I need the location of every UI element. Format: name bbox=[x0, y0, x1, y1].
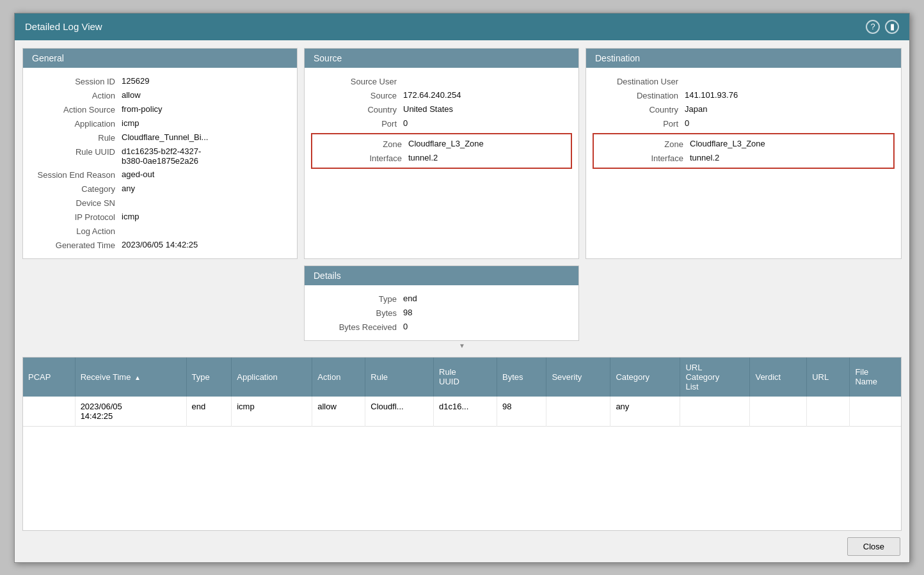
title-bar: Detailed Log View ? ▮ bbox=[15, 13, 909, 40]
label-source-interface: Interface bbox=[319, 153, 402, 163]
source-header: Source bbox=[305, 49, 578, 68]
value-dest: 141.101.93.76 bbox=[685, 90, 738, 100]
value-bytes: 98 bbox=[403, 308, 412, 317]
cell-severity bbox=[546, 397, 610, 427]
col-url-category[interactable]: URLCategoryList bbox=[680, 358, 750, 397]
label-dest-port: Port bbox=[595, 118, 678, 129]
label-source: Source bbox=[314, 90, 397, 100]
value-dest-interface: tunnel.2 bbox=[690, 153, 719, 162]
field-dest: Destination 141.101.93.76 bbox=[586, 88, 901, 102]
table-row[interactable]: 2023/06/0514:42:25 end icmp allow Cloudf… bbox=[23, 397, 901, 427]
col-url[interactable]: URL bbox=[807, 358, 850, 397]
col-type[interactable]: Type bbox=[186, 358, 232, 397]
col-receive-time[interactable]: Receive Time ▲ bbox=[75, 358, 186, 397]
col-application[interactable]: Application bbox=[232, 358, 312, 397]
value-action-source: from-policy bbox=[122, 104, 163, 114]
value-rule: Cloudflare_Tunnel_Bi... bbox=[122, 132, 208, 142]
value-generated-time: 2023/06/05 14:42:25 bbox=[122, 240, 198, 249]
table-body: 2023/06/0514:42:25 end icmp allow Cloudf… bbox=[23, 397, 901, 427]
bottom-row: Details Type end Bytes 98 Bytes Received… bbox=[15, 259, 909, 341]
field-device-sn: Device SN bbox=[23, 196, 297, 210]
value-dest-port: 0 bbox=[685, 118, 689, 128]
field-source-interface: Interface tunnel.2 bbox=[312, 151, 571, 165]
label-rule: Rule bbox=[32, 132, 115, 143]
value-session-end: aged-out bbox=[122, 169, 154, 179]
field-bytes-received: Bytes Received 0 bbox=[305, 320, 578, 334]
value-source: 172.64.240.254 bbox=[403, 90, 461, 100]
field-dest-user: Destination User bbox=[586, 74, 901, 88]
field-source-country: Country United States bbox=[305, 102, 578, 116]
cell-file-name bbox=[850, 397, 901, 427]
close-button[interactable]: Close bbox=[847, 537, 900, 556]
label-application: Application bbox=[32, 118, 115, 129]
dialog: Detailed Log View ? ▮ General Session ID… bbox=[14, 13, 910, 563]
source-highlighted: Zone Cloudflare_L3_Zone Interface tunnel… bbox=[311, 133, 572, 169]
label-session-id: Session ID bbox=[32, 76, 115, 86]
cell-url bbox=[807, 397, 850, 427]
cell-rule: Cloudfl... bbox=[365, 397, 434, 427]
details-header: Details bbox=[305, 266, 578, 285]
source-body: Source User Source 172.64.240.254 Countr… bbox=[305, 68, 578, 178]
field-dest-country: Country Japan bbox=[586, 102, 901, 116]
col-rule-uuid[interactable]: RuleUUID bbox=[434, 358, 497, 397]
label-ip-protocol: IP Protocol bbox=[32, 212, 115, 222]
field-generated-time: Generated Time 2023/06/05 14:42:25 bbox=[23, 238, 297, 252]
cell-type: end bbox=[186, 397, 232, 427]
field-log-action: Log Action bbox=[23, 224, 297, 238]
value-source-interface: tunnel.2 bbox=[408, 153, 438, 162]
footer: Close bbox=[15, 531, 909, 562]
label-rule-uuid: Rule UUID bbox=[32, 146, 115, 157]
destination-header: Destination bbox=[586, 49, 901, 68]
value-application: icmp bbox=[122, 118, 139, 128]
cell-rule-uuid: d1c16... bbox=[434, 397, 497, 427]
general-header: General bbox=[23, 49, 297, 68]
details-body: Type end Bytes 98 Bytes Received 0 bbox=[305, 285, 578, 340]
col-severity[interactable]: Severity bbox=[546, 358, 610, 397]
col-file-name[interactable]: FileName bbox=[850, 358, 901, 397]
table-section: PCAP Receive Time ▲ Type Application Act… bbox=[22, 357, 902, 531]
field-type: Type end bbox=[305, 292, 578, 306]
field-dest-port: Port 0 bbox=[586, 116, 901, 130]
field-bytes: Bytes 98 bbox=[305, 306, 578, 320]
field-source-zone: Zone Cloudflare_L3_Zone bbox=[312, 137, 571, 151]
minimize-icon[interactable]: ▮ bbox=[885, 20, 899, 34]
details-panel: Details Type end Bytes 98 Bytes Received… bbox=[304, 265, 579, 341]
label-bytes: Bytes bbox=[314, 308, 397, 318]
cell-category: any bbox=[610, 397, 680, 427]
label-dest: Destination bbox=[595, 90, 678, 100]
title-text: Detailed Log View bbox=[25, 21, 102, 32]
cell-action: allow bbox=[312, 397, 365, 427]
field-rule-uuid: Rule UUID d1c16235-b2f2-4327-b380-0ae187… bbox=[23, 145, 297, 168]
label-device-sn: Device SN bbox=[32, 198, 115, 208]
content-area: General Session ID 125629 Action allow A… bbox=[15, 40, 909, 562]
scroll-indicator: ▼ bbox=[15, 341, 909, 351]
value-source-port: 0 bbox=[403, 118, 408, 128]
col-category[interactable]: Category bbox=[610, 358, 680, 397]
label-source-country: Country bbox=[314, 104, 397, 114]
value-ip-protocol: icmp bbox=[122, 212, 139, 221]
label-session-end: Session End Reason bbox=[32, 169, 115, 180]
label-bytes-received: Bytes Received bbox=[314, 322, 397, 332]
help-icon[interactable]: ? bbox=[866, 20, 880, 34]
col-verdict[interactable]: Verdict bbox=[750, 358, 807, 397]
value-source-country: United States bbox=[403, 104, 453, 114]
dest-highlighted: Zone Cloudflare_L3_Zone Interface tunnel… bbox=[593, 133, 895, 169]
col-bytes[interactable]: Bytes bbox=[497, 358, 546, 397]
value-bytes-received: 0 bbox=[403, 322, 408, 331]
col-action[interactable]: Action bbox=[312, 358, 365, 397]
label-dest-interface: Interface bbox=[600, 153, 683, 163]
label-action: Action bbox=[32, 90, 115, 100]
cell-bytes: 98 bbox=[497, 397, 546, 427]
cell-verdict bbox=[750, 397, 807, 427]
col-rule[interactable]: Rule bbox=[365, 358, 434, 397]
destination-panel: Destination Destination User Destination… bbox=[585, 48, 902, 259]
field-source: Source 172.64.240.254 bbox=[305, 88, 578, 102]
source-panel: Source Source User Source 172.64.240.254… bbox=[304, 48, 579, 259]
right-spacer bbox=[592, 265, 902, 341]
field-ip-protocol: IP Protocol icmp bbox=[23, 210, 297, 224]
general-panel: General Session ID 125629 Action allow A… bbox=[22, 48, 298, 259]
col-pcap[interactable]: PCAP bbox=[23, 358, 75, 397]
field-session-id: Session ID 125629 bbox=[23, 74, 297, 88]
label-generated-time: Generated Time bbox=[32, 240, 115, 250]
cell-url-category bbox=[680, 397, 750, 427]
